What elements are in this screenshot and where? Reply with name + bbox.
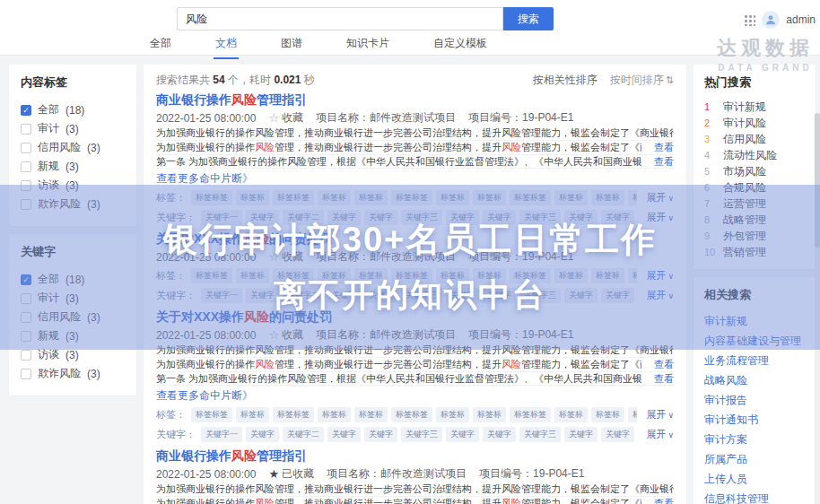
- tag-chip[interactable]: 标签标签: [391, 190, 432, 205]
- keyword-chip[interactable]: 关键字三: [401, 210, 442, 225]
- result-title-link[interactable]: 关于对XXX操作风险的问责处罚: [156, 309, 674, 327]
- related-search-item[interactable]: 审计新规: [704, 311, 805, 331]
- tag-chip[interactable]: 标签标: [354, 190, 388, 205]
- avatar[interactable]: [762, 11, 780, 29]
- more-snippets-link[interactable]: 查看更多命中片断》: [156, 170, 674, 187]
- checkbox-icon[interactable]: ✓: [21, 312, 31, 323]
- hot-search-item[interactable]: 6合规风险: [704, 179, 805, 196]
- keyword-chip[interactable]: 关键字三: [519, 427, 561, 442]
- tag-chip[interactable]: 标签标签: [391, 407, 432, 422]
- keyword-chip[interactable]: 关键字: [246, 288, 279, 303]
- keyword-chip[interactable]: 关键字: [364, 427, 397, 442]
- keyword-chip[interactable]: 关键字三: [519, 210, 561, 225]
- checkbox-icon[interactable]: ✓: [21, 350, 31, 361]
- keyword-chip[interactable]: 关键字: [327, 427, 361, 442]
- checkbox-icon[interactable]: ✓: [21, 331, 31, 342]
- apps-grid-icon[interactable]: [744, 14, 755, 26]
- keyword-chip[interactable]: 关键字: [483, 427, 516, 442]
- hot-search-item[interactable]: 9外包管理: [704, 228, 805, 244]
- tab-custom-template[interactable]: 自定义模板: [432, 33, 489, 59]
- checkbox-icon[interactable]: ✓: [21, 293, 31, 304]
- username-label[interactable]: admin: [786, 13, 816, 26]
- expand-link[interactable]: 展开∨: [646, 428, 674, 441]
- tag-chip[interactable]: 标签标签: [628, 190, 637, 205]
- keyword-chip[interactable]: 关键字: [327, 288, 361, 303]
- tab-all[interactable]: 全部: [148, 33, 173, 59]
- keyword-chip[interactable]: 关键字一: [201, 210, 242, 225]
- tag-chip[interactable]: 标签标: [436, 190, 469, 205]
- result-title-link[interactable]: 关于对XXX操作风险的问责处罚: [156, 231, 674, 249]
- tag-chip[interactable]: 标签标签: [510, 407, 551, 422]
- tag-chip[interactable]: 标签标: [473, 190, 506, 205]
- checkbox-icon[interactable]: ✓: [21, 143, 31, 153]
- tag-chip[interactable]: 标签标签: [191, 190, 232, 205]
- sort-by-time[interactable]: 按时间排序⇅: [610, 73, 674, 88]
- hot-search-item[interactable]: 5市场风险: [704, 163, 805, 179]
- keyword-chip[interactable]: 关键字三: [401, 427, 442, 442]
- filter-item[interactable]: ✓ 信用风险 (3): [21, 138, 125, 157]
- filter-item[interactable]: ✓ 全部 (18): [21, 270, 125, 289]
- filter-item[interactable]: ✓ 审计 (3): [21, 289, 125, 308]
- keyword-chip[interactable]: 关键字二: [283, 210, 324, 225]
- expand-link[interactable]: 展开∨: [646, 289, 674, 302]
- tag-chip[interactable]: 标签标: [236, 268, 269, 283]
- filter-item[interactable]: ✓ 审计 (3): [21, 119, 125, 138]
- view-link[interactable]: 查看: [654, 372, 674, 386]
- keyword-chip[interactable]: 关键字: [446, 210, 479, 225]
- tag-chip[interactable]: 标签标签: [273, 407, 314, 422]
- checkbox-icon[interactable]: ✓: [21, 161, 31, 172]
- search-input[interactable]: [177, 7, 503, 30]
- keyword-chip[interactable]: 关键字一: [201, 427, 242, 442]
- filter-item[interactable]: ✓ 新规 (3): [21, 157, 125, 176]
- related-search-item[interactable]: 审计报告: [704, 390, 805, 410]
- result-title-link[interactable]: 商业银行操作风险管理指引: [156, 448, 674, 466]
- related-search-item[interactable]: 信息科技管理: [704, 489, 805, 504]
- tag-chip[interactable]: 标签标: [591, 407, 624, 422]
- tag-chip[interactable]: 标签标签: [510, 268, 551, 283]
- keyword-chip[interactable]: 关键字三: [401, 288, 442, 303]
- tab-graph[interactable]: 图谱: [279, 33, 304, 59]
- view-link[interactable]: 查看: [654, 141, 674, 154]
- tag-chip[interactable]: 标签标: [554, 268, 588, 283]
- related-search-item[interactable]: 业务流程管理: [704, 351, 805, 370]
- tag-chip[interactable]: 标签标: [591, 268, 624, 283]
- hot-search-item[interactable]: 7运营管理: [704, 196, 805, 212]
- keyword-chip[interactable]: 关键字: [483, 210, 516, 225]
- view-link[interactable]: 查看: [654, 497, 674, 504]
- hot-search-item[interactable]: 10营销管理: [704, 244, 805, 260]
- filter-item[interactable]: ✓ 欺诈风险 (3): [21, 364, 125, 383]
- tag-chip[interactable]: 标签标: [473, 407, 506, 422]
- filter-item[interactable]: ✓ 全部 (18): [21, 100, 125, 119]
- hot-search-item[interactable]: 1审计新规: [704, 99, 805, 115]
- keyword-chip[interactable]: 关键字: [446, 427, 479, 442]
- tag-chip[interactable]: 标签标签: [191, 407, 232, 422]
- tab-documents[interactable]: 文档: [214, 33, 239, 59]
- filter-item[interactable]: ✓ 访谈 (3): [21, 345, 125, 364]
- favorite-button[interactable]: ☆收藏: [268, 110, 303, 126]
- expand-link[interactable]: 展开∨: [646, 269, 674, 282]
- view-link[interactable]: 查看: [654, 358, 674, 371]
- related-search-item[interactable]: 内容基础建设与管理: [704, 331, 805, 351]
- sort-by-relevance[interactable]: 按相关性排序: [533, 73, 598, 88]
- keyword-chip[interactable]: 关键字: [601, 288, 634, 303]
- related-search-item[interactable]: 上传人员: [704, 469, 805, 489]
- keyword-chip[interactable]: 关键字: [446, 288, 479, 303]
- related-search-item[interactable]: 审计通知书: [704, 410, 805, 430]
- filter-item[interactable]: ✓ 欺诈风险 (3): [21, 195, 125, 213]
- hot-search-item[interactable]: 3信用风险: [704, 131, 805, 147]
- tag-chip[interactable]: 标签标: [436, 268, 469, 283]
- favorite-button[interactable]: ☆收藏: [268, 249, 303, 265]
- more-snippets-link[interactable]: 查看更多命中片断》: [156, 387, 674, 404]
- keyword-chip[interactable]: 关键字: [564, 210, 598, 225]
- expand-link[interactable]: 展开∨: [646, 191, 674, 204]
- favorite-button[interactable]: ★已收藏: [268, 466, 314, 482]
- filter-item[interactable]: ✓ 新规 (3): [21, 326, 125, 345]
- keyword-chip[interactable]: 关键字: [327, 210, 361, 225]
- keyword-chip[interactable]: 关键字: [564, 288, 598, 303]
- tag-chip[interactable]: 标签标: [554, 407, 588, 422]
- keyword-chip[interactable]: 关键字一: [201, 288, 242, 303]
- tag-chip[interactable]: 标签标: [591, 190, 624, 205]
- tag-chip[interactable]: 标签标签: [391, 268, 432, 283]
- tag-chip[interactable]: 标签标签: [273, 190, 314, 205]
- tag-chip[interactable]: 标签标签: [273, 268, 314, 283]
